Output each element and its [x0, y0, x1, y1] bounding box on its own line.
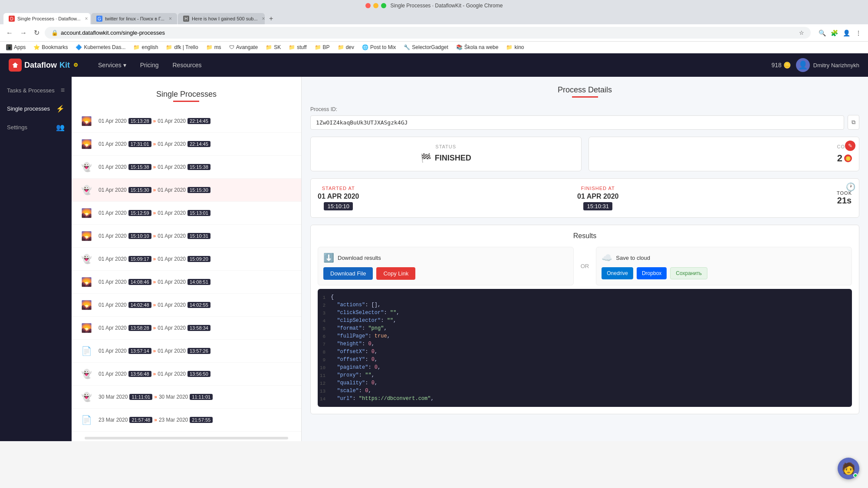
browser-tab-3[interactable]: H Here is how I gained 500 sub... × [178, 13, 265, 24]
process-thumb-0: 🌄 [79, 113, 94, 129]
bookmark-sk[interactable]: 📁 SK [264, 43, 283, 51]
address-input[interactable]: account.dataflowkit.com/single-processes [61, 29, 796, 36]
code-line: 1 { [318, 293, 852, 301]
bookmark-dev[interactable]: 📁 dev [336, 43, 356, 51]
nav-services[interactable]: Services ▾ [91, 54, 133, 76]
took-section: TOOK 21s [837, 190, 852, 206]
code-line: 7 "height": 0, [318, 340, 852, 348]
browser-traffic-lights [365, 3, 386, 8]
new-tab-button[interactable]: + [266, 13, 276, 24]
browser-tab-2[interactable]: G twitter for linux - Поиск в Г... × [91, 13, 177, 24]
bolt-icon: ⚡ [56, 105, 65, 113]
processes-title-underline [173, 101, 199, 102]
cost-number: 2 [837, 153, 842, 164]
bookmark-stuff[interactable]: 📁 stuff [287, 43, 308, 51]
list-item[interactable]: 👻 01 Apr 2020 15:09:17 » 01 Apr 2020 15:… [72, 248, 301, 271]
copy-link-button[interactable]: Copy Link [376, 267, 415, 280]
search-icon[interactable]: 🔍 [817, 28, 827, 38]
bookmark-bp[interactable]: 📁 BP [313, 43, 332, 51]
list-item[interactable]: 👻 01 Apr 2020 15:15:38 » 01 Apr 2020 15:… [72, 156, 301, 179]
code-line: 14 "url": "https://dbconvert.com", [318, 395, 852, 403]
tab-close-1[interactable]: × [85, 16, 88, 22]
selector-icon: 🔧 [404, 44, 410, 50]
bookmark-post-to-mix[interactable]: 🌐 Post to Mix [360, 43, 398, 51]
nav-resources[interactable]: Resources [166, 54, 209, 76]
dropbox-button[interactable]: Dropbox [637, 267, 667, 279]
status-cost-row: STATUS 🏁 FINISHED ✎ COST 2 🪙 [310, 137, 859, 171]
list-item[interactable]: 👻 01 Apr 2020 15:15:30 » 01 Apr 2020 15:… [72, 179, 301, 202]
bookmark-skola[interactable]: 📚 Škola na webe [454, 43, 500, 51]
sidebar-item-single-processes[interactable]: Single processes ⚡ [0, 99, 72, 118]
profile-icon[interactable]: 👤 [841, 28, 852, 38]
process-thumb-3: 👻 [79, 182, 94, 198]
list-item[interactable]: 🌄 01 Apr 2020 15:12:59 » 01 Apr 2020 15:… [72, 202, 301, 225]
back-button[interactable]: ← [4, 27, 15, 39]
reload-button[interactable]: ↻ [32, 27, 41, 39]
bookmark-selectorgadget-label: SelectorGadget [412, 44, 448, 50]
coins-icon: 🪙 [783, 62, 791, 69]
details-panel: Process Details Process ID: 1ZwOIZ4kaqBu… [302, 77, 868, 441]
onedrive-button[interactable]: Onedrive [602, 267, 633, 279]
extensions-icon[interactable]: 🧩 [829, 28, 839, 38]
sidebar-item-settings[interactable]: Settings 👥 [0, 118, 72, 137]
process-dates-3: 01 Apr 2020 15:15:30 » 01 Apr 2020 15:15… [99, 187, 210, 193]
edit-icon[interactable]: ✎ [845, 141, 855, 151]
list-item[interactable]: 🌄 01 Apr 2020 15:10:10 » 01 Apr 2020 15:… [72, 225, 301, 248]
status-label: STATUS [318, 144, 574, 149]
list-item[interactable]: 👻 01 Apr 2020 13:56:48 » 01 Apr 2020 13:… [72, 363, 301, 386]
bookmark-english-label: english [141, 44, 158, 50]
services-chevron-icon: ▾ [123, 62, 126, 69]
menu-icon[interactable]: ⋮ [853, 28, 864, 38]
bookmark-apps[interactable]: 📱 Apps [4, 43, 27, 51]
code-line: 8 "offsetX": 0, [318, 348, 852, 356]
process-dates-4: 01 Apr 2020 15:12:59 » 01 Apr 2020 15:13… [99, 210, 210, 216]
list-item[interactable]: 📄 23 Mar 2020 21:57:48 » 23 Mar 2020 21:… [72, 409, 301, 432]
close-window-btn[interactable] [365, 3, 371, 8]
bookmark-selectorgadget[interactable]: 🔧 SelectorGadget [402, 43, 450, 51]
process-dates-12: 30 Mar 2020 11:11:01 » 30 Mar 2020 11:11… [99, 394, 213, 400]
bookmark-dfk-trello[interactable]: 📁 dfk | Trello [164, 43, 200, 51]
tab-close-2[interactable]: × [169, 16, 172, 22]
download-results-header: ⬇️ Download results [323, 252, 568, 263]
browser-tab-active[interactable]: D Single Processes · Dataflow... × [3, 13, 90, 24]
list-item[interactable]: 🌄 01 Apr 2020 17:31:01 » 01 Apr 2020 22:… [72, 133, 301, 156]
header-right: 918 🪙 👤 Dmitry Narizhnykh [771, 58, 859, 72]
user-info[interactable]: 👤 Dmitry Narizhnykh [796, 58, 859, 72]
code-line: 6 "fullPage": true, [318, 332, 852, 340]
process-dates-6: 01 Apr 2020 15:09:17 » 01 Apr 2020 15:09… [99, 256, 210, 262]
bookmark-kino[interactable]: 📁 kino [504, 43, 526, 51]
bookmark-english[interactable]: 📁 english [132, 43, 160, 51]
panel-header: Single Processes [72, 77, 301, 106]
copy-id-button[interactable]: ⧉ [848, 115, 859, 130]
list-item[interactable]: 🌄 01 Apr 2020 13:58:28 » 01 Apr 2020 13:… [72, 317, 301, 340]
tab-label-3: Here is how I gained 500 sub... [192, 16, 258, 21]
process-id-input[interactable]: 1ZwOIZ4kaqBuUk3UTJXASgzk4GJ [310, 115, 844, 130]
address-bar[interactable]: 🔒 account.dataflowkit.com/single-process… [45, 27, 811, 39]
tab-close-3[interactable]: × [262, 16, 265, 22]
bookmark-star-icon[interactable]: ☆ [799, 29, 804, 36]
status-finished-display: 🏁 FINISHED [318, 153, 574, 163]
nav-icons: 🔍 🧩 👤 ⋮ [817, 28, 864, 38]
bookmark-ms[interactable]: 📁 ms [204, 43, 223, 51]
save-ru-button[interactable]: Сохранить [670, 267, 707, 279]
list-item[interactable]: 🌄 01 Apr 2020 14:08:46 » 01 Apr 2020 14:… [72, 271, 301, 294]
list-item[interactable]: 🌄 01 Apr 2020 15:13:28 » 01 Apr 2020 22:… [72, 110, 301, 133]
list-item[interactable]: 👻 30 Mar 2020 11:11:01 » 30 Mar 2020 11:… [72, 386, 301, 409]
maximize-window-btn[interactable] [381, 3, 386, 8]
bookmark-bookmarks[interactable]: ⭐ Bookmarks [32, 43, 69, 51]
process-id-section: Process ID: 1ZwOIZ4kaqBuUk3UTJXASgzk4GJ … [310, 106, 859, 130]
sidebar-item-tasks[interactable]: Tasks & Processes ≡ [0, 81, 72, 99]
clock-icon[interactable]: 🕐 [846, 182, 855, 192]
bookmark-avangate[interactable]: 🛡 Avangate [227, 43, 260, 51]
app-logo[interactable]: DataflowKit⚙ [9, 59, 78, 72]
mix-icon: 🌐 [362, 44, 368, 50]
download-file-button[interactable]: Download File [323, 267, 373, 280]
bookmark-kubernetes[interactable]: 🔷 Kubernetes Das... [74, 43, 127, 51]
minimize-window-btn[interactable] [373, 3, 378, 8]
cost-card: ✎ COST 2 🪙 [589, 137, 860, 171]
list-item[interactable]: 📄 01 Apr 2020 13:57:14 » 01 Apr 2020 13:… [72, 340, 301, 363]
forward-button[interactable]: → [18, 27, 29, 39]
horizontal-scrollbar[interactable] [85, 437, 288, 439]
list-item[interactable]: 🌄 01 Apr 2020 14:02:48 » 01 Apr 2020 14:… [72, 294, 301, 317]
nav-pricing[interactable]: Pricing [133, 54, 166, 76]
